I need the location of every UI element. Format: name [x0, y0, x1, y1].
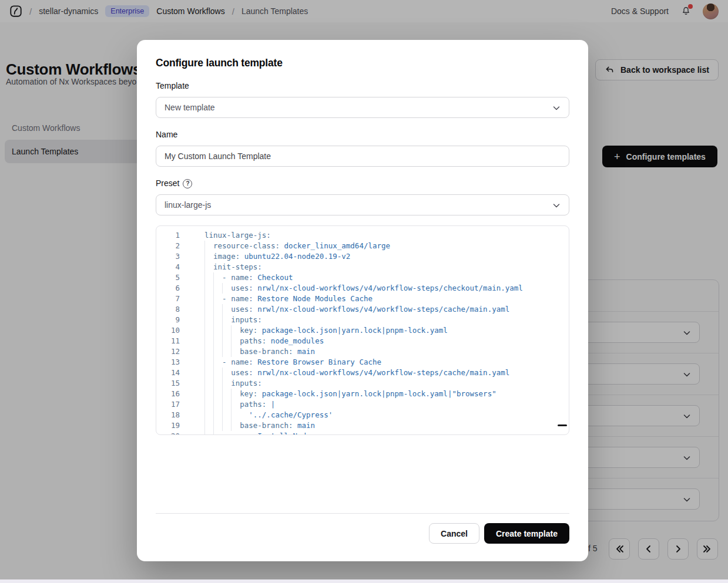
- yaml-dash: -: [222, 358, 231, 366]
- indent-guide: [222, 315, 231, 325]
- editor-scrollbar-thumb[interactable]: [558, 424, 567, 426]
- code-lines: 1linux-large-js:2resource-class: docker_…: [156, 230, 569, 435]
- code-line: 16key: package-lock.json|yarn.lock|pnpm-…: [156, 389, 569, 399]
- indent-guide: [213, 420, 222, 431]
- template-select-value: New template: [165, 103, 215, 112]
- yaml-key: name:: [231, 432, 253, 435]
- yaml-key: uses:: [231, 368, 253, 377]
- indent-guide: [204, 378, 213, 389]
- line-number: 8: [156, 304, 180, 315]
- yaml-value: nrwl/nx-cloud-workflows/v4/workflow-step…: [253, 305, 510, 314]
- line-content: paths: |: [204, 399, 275, 410]
- code-line: 18 '../.cache/Cypress': [156, 410, 569, 420]
- code-line: 14uses: nrwl/nx-cloud-workflows/v4/workf…: [156, 368, 569, 378]
- code-line: 10key: package-lock.json|yarn.lock|pnpm-…: [156, 325, 569, 336]
- yaml-value: package-lock.json|yarn.lock|pnpm-lock.ya…: [257, 389, 496, 398]
- template-select[interactable]: New template: [156, 97, 569, 118]
- yaml-key: resource-class:: [213, 241, 280, 250]
- indent-guide: [231, 325, 240, 336]
- yaml-value: main: [293, 347, 316, 356]
- indent-guide: [222, 368, 231, 378]
- yaml-value: Checkout: [253, 273, 293, 282]
- code-line: 1linux-large-js:: [156, 230, 569, 241]
- yaml-key: uses:: [231, 284, 253, 292]
- yaml-value: docker_linux_amd64/large: [280, 241, 390, 250]
- indent-guide: [231, 410, 240, 420]
- indent-guide: [231, 336, 240, 346]
- yaml-key: key:: [240, 326, 257, 335]
- preset-select-value: linux-large-js: [165, 200, 211, 210]
- yaml-key: inputs:: [231, 315, 262, 324]
- indent-guide: [213, 389, 222, 399]
- yaml-value: |: [266, 400, 275, 409]
- line-content: - name: Restore Node Modules Cache: [204, 294, 373, 304]
- name-input[interactable]: My Custom Launch Template: [156, 146, 569, 167]
- line-number: 11: [156, 336, 180, 346]
- indent-guide: [204, 262, 213, 272]
- page-footer-strip: [0, 579, 728, 583]
- line-number: 4: [156, 262, 180, 272]
- yaml-key: key:: [240, 389, 257, 398]
- code-line: 3image: ubuntu22.04-node20.19-v2: [156, 251, 569, 262]
- code-line: 6uses: nrwl/nx-cloud-workflows/v4/workfl…: [156, 283, 569, 294]
- line-content: paths: node_modules: [204, 336, 324, 346]
- code-line: 11paths: node_modules: [156, 336, 569, 346]
- preset-label-row: Preset ?: [156, 178, 569, 188]
- indent-guide: [213, 357, 222, 368]
- configure-launch-template-modal: Configure launch template Template New t…: [137, 40, 588, 561]
- preset-select[interactable]: linux-large-js: [156, 194, 569, 215]
- indent-guide: [204, 357, 213, 368]
- line-number: 2: [156, 241, 180, 251]
- indent-guide: [204, 241, 213, 251]
- line-content: inputs:: [204, 378, 262, 389]
- create-template-button[interactable]: Create template: [484, 523, 569, 544]
- line-content: inputs:: [204, 315, 262, 325]
- line-number: 12: [156, 346, 180, 357]
- chevron-down-icon: [552, 104, 561, 112]
- cancel-button[interactable]: Cancel: [429, 523, 479, 544]
- code-line: 2resource-class: docker_linux_amd64/larg…: [156, 241, 569, 251]
- code-line: 12base-branch: main: [156, 346, 569, 357]
- modal-title: Configure launch template: [156, 56, 569, 69]
- indent-guide: [231, 346, 240, 357]
- help-icon[interactable]: ?: [183, 179, 192, 188]
- line-content: linux-large-js:: [204, 230, 271, 241]
- indent-guide: [231, 399, 240, 410]
- indent-guide: [204, 399, 213, 410]
- yaml-key: paths:: [240, 400, 266, 409]
- line-content: key: package-lock.json|yarn.lock|pnpm-lo…: [204, 389, 496, 399]
- indent-guide: [222, 346, 231, 357]
- indent-guide: [213, 294, 222, 304]
- yaml-key: name:: [231, 294, 253, 303]
- line-number: 17: [156, 399, 180, 410]
- line-content: uses: nrwl/nx-cloud-workflows/v4/workflo…: [204, 368, 509, 378]
- yaml-value: main: [293, 421, 316, 430]
- yaml-key: image:: [213, 252, 240, 261]
- line-content: uses: nrwl/nx-cloud-workflows/v4/workflo…: [204, 283, 523, 294]
- indent-guide: [222, 410, 231, 420]
- yaml-dash: -: [222, 294, 231, 303]
- yaml-value: node_modules: [266, 336, 324, 345]
- line-content: base-branch: main: [204, 420, 315, 431]
- indent-guide: [213, 399, 222, 410]
- yaml-value: Restore Node Modules Cache: [253, 294, 373, 303]
- line-number: 3: [156, 251, 180, 262]
- indent-guide: [204, 272, 213, 283]
- indent-guide: [204, 346, 213, 357]
- indent-guide: [213, 368, 222, 378]
- code-line: 8uses: nrwl/nx-cloud-workflows/v4/workfl…: [156, 304, 569, 315]
- line-number: 6: [156, 283, 180, 294]
- yaml-value: Restore Browser Binary Cache: [253, 358, 381, 366]
- indent-guide: [213, 410, 222, 420]
- indent-guide: [231, 420, 240, 431]
- line-number: 7: [156, 294, 180, 304]
- indent-guide: [213, 283, 222, 294]
- line-number: 18: [156, 410, 180, 420]
- indent-guide: [213, 325, 222, 336]
- line-content: init-steps:: [204, 262, 262, 272]
- line-number: 10: [156, 325, 180, 336]
- yaml-code-editor[interactable]: 1linux-large-js:2resource-class: docker_…: [156, 225, 569, 435]
- yaml-key: inputs:: [231, 379, 262, 387]
- line-number: 16: [156, 389, 180, 399]
- code-line: 15inputs:: [156, 378, 569, 389]
